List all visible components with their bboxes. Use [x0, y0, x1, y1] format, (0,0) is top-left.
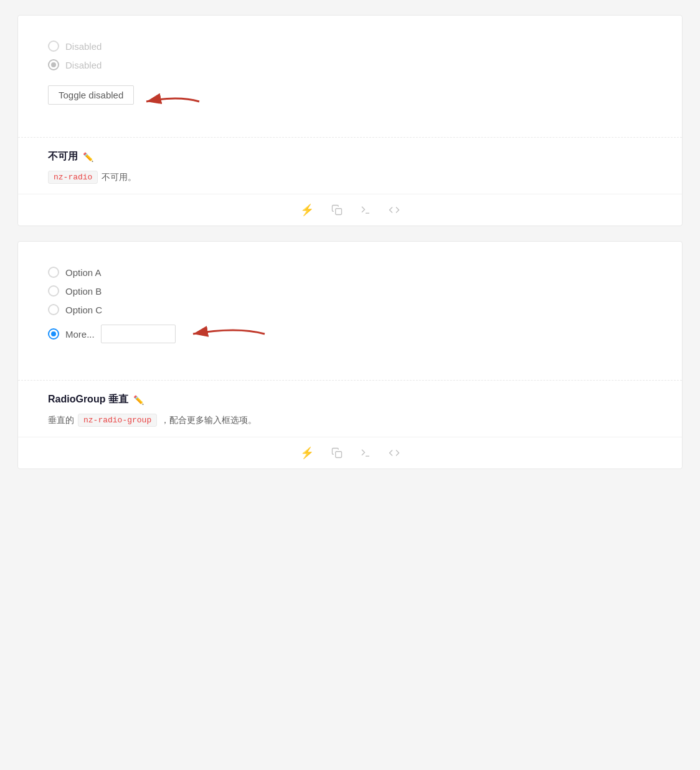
- option-radio-group: Option A Option B Option C More...: [48, 267, 652, 345]
- toggle-disabled-row: Toggle disabled: [48, 85, 652, 117]
- edit-icon-1[interactable]: ✏️: [83, 152, 93, 162]
- toolbar-icon-lightning-2[interactable]: ⚡: [300, 446, 314, 460]
- card-disabled: Disabled Disabled Toggle disabled: [17, 15, 683, 226]
- card-radiogroup: Option A Option B Option C More...: [17, 241, 683, 469]
- radio-item-option-b[interactable]: Option B: [48, 285, 652, 297]
- radio-label-option-c: Option C: [65, 305, 102, 315]
- radio-item-disabled-2[interactable]: Disabled: [48, 59, 652, 70]
- section-title-radiogroup: RadioGroup 垂直 ✏️: [48, 393, 652, 406]
- section-title-disabled: 不可用 ✏️: [48, 150, 652, 163]
- section-desc-suffix-2: ，配合更多输入框选项。: [161, 415, 257, 426]
- radio-more-clickable[interactable]: More...: [48, 328, 95, 340]
- code-tag-nz-radio: nz-radio: [48, 171, 98, 184]
- radio-circle-option-a: [48, 267, 59, 278]
- toolbar-icon-code-2[interactable]: [389, 447, 400, 459]
- section-disabled-info: 不可用 ✏️ nz-radio 不可用。: [18, 137, 682, 194]
- code-tag-nz-radio-group: nz-radio-group: [78, 414, 157, 427]
- toolbar-icon-lightning-1[interactable]: ⚡: [300, 203, 314, 217]
- radio-circle-option-c: [48, 304, 59, 315]
- svg-rect-1: [336, 209, 342, 215]
- section-desc-disabled: nz-radio 不可用。: [48, 171, 652, 184]
- radio-label-more: More...: [65, 329, 95, 340]
- section-desc-radiogroup: 垂直的 nz-radio-group ，配合更多输入框选项。: [48, 414, 652, 427]
- radio-label-option-a: Option A: [65, 267, 102, 278]
- radio-circle-2: [48, 59, 59, 70]
- radio-circle-option-b: [48, 285, 59, 297]
- toolbar-icon-code-1[interactable]: [389, 204, 400, 216]
- radio-item-option-a[interactable]: Option A: [48, 267, 652, 278]
- radio-circle-1: [48, 40, 59, 52]
- section-title-text-2: RadioGroup 垂直: [48, 393, 128, 406]
- toggle-disabled-button[interactable]: Toggle disabled: [48, 85, 134, 105]
- card1-toolbar: ⚡: [18, 194, 682, 226]
- section-title-text: 不可用: [48, 150, 78, 163]
- toolbar-icon-terminal-1[interactable]: [360, 204, 371, 216]
- edit-icon-2[interactable]: ✏️: [133, 395, 144, 405]
- section-desc-prefix-2: 垂直的: [48, 415, 74, 426]
- radio-item-disabled-1[interactable]: Disabled: [48, 40, 652, 52]
- radio-label-disabled-2: Disabled: [65, 60, 102, 70]
- radio-label-option-b: Option B: [65, 286, 102, 297]
- radio-circle-more: [48, 328, 59, 340]
- toolbar-icon-copy-2[interactable]: [331, 447, 343, 459]
- section-desc-suffix-1: 不可用。: [102, 172, 136, 183]
- radio-label-disabled-1: Disabled: [65, 41, 102, 52]
- arrow-annotation-2: [187, 323, 268, 345]
- more-text-input[interactable]: [101, 325, 176, 343]
- toolbar-icon-terminal-2[interactable]: [360, 447, 371, 459]
- card2-toolbar: ⚡: [18, 437, 682, 468]
- section-radiogroup-info: RadioGroup 垂直 ✏️ 垂直的 nz-radio-group ，配合更…: [18, 380, 682, 437]
- arrow-annotation-1: [140, 90, 202, 113]
- toolbar-icon-copy-1[interactable]: [331, 204, 343, 216]
- disabled-radio-group: Disabled Disabled: [48, 40, 652, 70]
- radio-item-option-c[interactable]: Option C: [48, 304, 652, 315]
- radio-item-more: More...: [48, 323, 652, 345]
- svg-rect-4: [336, 452, 342, 458]
